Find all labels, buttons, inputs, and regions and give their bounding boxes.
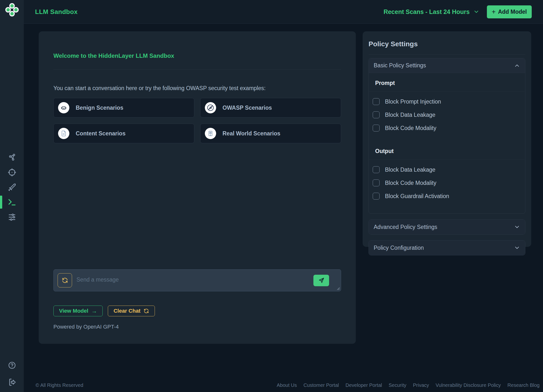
accordion-basic-policy-settings: Basic Policy Settings Prompt Block Promp… — [369, 58, 525, 214]
scenario-card-benign[interactable]: Benign Scenarios — [53, 98, 194, 118]
regenerate-button[interactable] — [58, 273, 72, 287]
page-title: LLM Sandbox — [35, 8, 78, 16]
help-icon — [8, 361, 16, 369]
checkbox-icon[interactable] — [373, 193, 380, 200]
intro-text: You can start a conversation here or try… — [53, 85, 341, 92]
checkbox-row-block-guardrail-activation[interactable]: Block Guardrail Activation — [369, 190, 525, 203]
add-model-button[interactable]: + Add Model — [487, 5, 532, 18]
accordion-label: Advanced Policy Settings — [374, 224, 437, 230]
welcome-title: Welcome to the HiddenLayer LLM Sandbox — [53, 52, 341, 59]
help-button[interactable] — [8, 361, 16, 370]
clear-chat-label: Clear Chat — [113, 308, 140, 314]
checkbox-label: Block Data Leakage — [385, 112, 435, 118]
footer-link-security[interactable]: Security — [389, 382, 406, 388]
footer-link-developer-portal[interactable]: Developer Portal — [346, 382, 382, 388]
scenario-card-real-world[interactable]: Real World Scenarios — [200, 124, 341, 143]
accordion-label: Policy Configuration — [374, 245, 424, 251]
scenario-card-owasp[interactable]: OWASP Scenarios — [200, 98, 341, 118]
accordion-label: Basic Policy Settings — [374, 62, 426, 69]
document-icon — [58, 128, 69, 139]
footer-link-privacy[interactable]: Privacy — [413, 382, 429, 388]
footer-link-about-us[interactable]: About Us — [277, 382, 297, 388]
logout-icon — [8, 378, 16, 387]
network-graph-icon — [8, 153, 16, 162]
checkbox-label: Block Code Modality — [385, 180, 436, 186]
copyright-text: © All Rights Reserved — [36, 382, 83, 388]
send-button[interactable] — [313, 275, 329, 286]
scenario-card-content[interactable]: Content Scenarios — [53, 124, 194, 143]
policy-settings-panel: Policy Settings Basic Policy Settings Pr… — [363, 31, 531, 247]
policy-settings-title: Policy Settings — [369, 40, 525, 48]
footer-link-customer-portal[interactable]: Customer Portal — [303, 382, 339, 388]
recent-scans-label: Recent Scans - Last 24 Hours — [383, 8, 470, 15]
sidebar-item-detections[interactable] — [0, 165, 24, 180]
checkbox-icon[interactable] — [373, 179, 380, 186]
send-icon — [318, 277, 325, 284]
content-area: Welcome to the HiddenLayer LLM Sandbox Y… — [24, 24, 543, 380]
welcome-divider — [53, 70, 341, 70]
building-icon — [205, 128, 216, 139]
checkbox-row-block-code-modality-output[interactable]: Block Code Modality — [369, 176, 525, 190]
sidebar-bottom — [8, 361, 16, 388]
hiddenlayer-logo[interactable] — [5, 3, 19, 18]
topbar-right: Recent Scans - Last 24 Hours + Add Model — [383, 5, 532, 18]
policy-title-divider — [369, 54, 525, 55]
topbar: LLM Sandbox Recent Scans - Last 24 Hours… — [24, 0, 543, 24]
scenario-label: Benign Scenarios — [76, 105, 123, 111]
accordion-header-advanced[interactable]: Advanced Policy Settings — [369, 220, 525, 234]
checkbox-row-block-prompt-injection[interactable]: Block Prompt Injection — [369, 95, 525, 108]
checkbox-icon[interactable] — [373, 166, 380, 173]
clear-chat-button[interactable]: Clear Chat — [108, 306, 155, 316]
sidebar-nav — [0, 150, 24, 225]
accordion-header-basic[interactable]: Basic Policy Settings — [369, 58, 525, 73]
footer-link-vulnerability-disclosure[interactable]: Vulnerability Disclosure Policy — [436, 382, 501, 388]
chat-actions: View Model → Clear Chat — [53, 306, 341, 316]
sidebar-item-settings[interactable] — [0, 210, 24, 225]
output-group: Output Block Data Leakage Block Code Mod… — [369, 143, 525, 203]
checkbox-row-block-data-leakage[interactable]: Block Data Leakage — [369, 108, 525, 121]
message-input[interactable] — [72, 270, 313, 291]
accordion-policy-configuration: Policy Configuration — [369, 240, 525, 255]
accordion-header-policy-config[interactable]: Policy Configuration — [369, 240, 525, 255]
chevron-down-icon — [514, 224, 520, 230]
footer-link-research-blog[interactable]: Research Blog — [507, 382, 540, 388]
prompt-checkboxes: Block Prompt Injection Block Data Leakag… — [369, 92, 525, 135]
sidebar-item-llm-sandbox[interactable] — [0, 195, 24, 210]
resize-handle-icon[interactable] — [336, 286, 340, 290]
refresh-icon — [62, 277, 68, 284]
robot-icon — [58, 102, 69, 113]
accordion-advanced-policy-settings: Advanced Policy Settings — [369, 219, 525, 235]
checkbox-icon[interactable] — [373, 111, 380, 118]
scenario-label: Content Scenarios — [76, 130, 125, 137]
checkbox-row-block-code-modality[interactable]: Block Code Modality — [369, 121, 525, 135]
plus-icon: + — [492, 9, 496, 14]
recent-scans-dropdown[interactable]: Recent Scans - Last 24 Hours — [383, 8, 480, 15]
main-column: LLM Sandbox Recent Scans - Last 24 Hours… — [24, 0, 543, 392]
basic-policy-body: Prompt Block Prompt Injection Block Data… — [369, 73, 525, 214]
terminal-icon — [7, 198, 17, 207]
logout-button[interactable] — [8, 378, 16, 388]
sidebar-item-model-graph[interactable] — [0, 150, 24, 165]
owasp-wasp-icon — [205, 102, 216, 113]
checkbox-row-block-data-leakage-output[interactable]: Block Data Leakage — [369, 163, 525, 176]
checkbox-label: Block Prompt Injection — [385, 98, 441, 105]
output-checkboxes: Block Data Leakage Block Code Modality B… — [369, 160, 525, 203]
chevron-down-icon — [514, 245, 520, 251]
footer: © All Rights Reserved About Us Customer … — [24, 380, 543, 392]
sidebar-item-attacks[interactable] — [0, 180, 24, 195]
checkbox-icon[interactable] — [373, 125, 380, 131]
view-model-button[interactable]: View Model → — [53, 306, 103, 316]
chat-panel: Welcome to the HiddenLayer LLM Sandbox Y… — [39, 31, 356, 344]
checkbox-label: Block Guardrail Activation — [385, 193, 449, 200]
refresh-icon — [143, 308, 149, 314]
checkbox-icon[interactable] — [373, 98, 380, 105]
checkbox-label: Block Code Modality — [385, 125, 436, 131]
sidebar — [0, 0, 24, 392]
sword-icon — [8, 183, 16, 192]
chat-input-section: View Model → Clear Chat Powered by Open — [53, 269, 341, 330]
view-model-label: View Model — [59, 308, 88, 314]
chevron-down-icon — [473, 9, 480, 15]
arrow-right-icon: → — [91, 308, 97, 314]
add-model-label: Add Model — [498, 9, 527, 15]
checkbox-label: Block Data Leakage — [385, 166, 435, 173]
